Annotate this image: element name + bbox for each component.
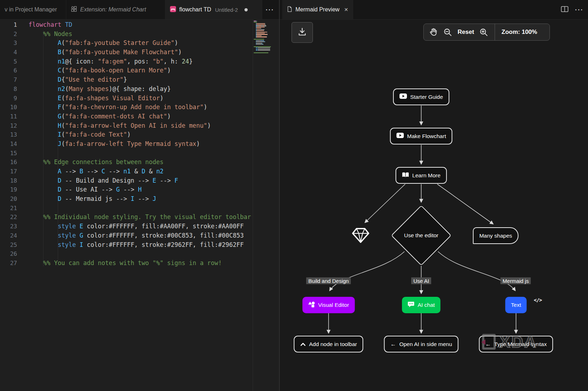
code-line[interactable]: style E color:#FFFFFF, fill:#AA00FF, str… [29,222,253,231]
node-open-ai-in-side-menu[interactable]: ← Open AI in side menu [384,336,458,352]
editor-panel-sash[interactable] [279,0,280,391]
code-line[interactable]: style I color:#FFFFFF, stroke:#2962FF, f… [29,240,253,250]
code-line[interactable]: %% You can add notes with two "%" signs … [29,259,253,268]
line-number: 14 [0,139,17,149]
line-number: 26 [0,249,17,259]
node-label: Text [511,302,521,308]
split-editor-button[interactable] [561,5,569,15]
pan-hand-button[interactable] [429,27,438,37]
line-number: 4 [0,48,17,57]
line-number: 12 [0,121,17,131]
code-line[interactable]: flowchart TD [29,20,253,30]
code-line[interactable]: B("fab:fa-youtube Make Flowchart") [29,48,253,57]
node-ai-chat[interactable]: AI chat [402,297,440,313]
code-line[interactable]: style G color:#FFFFFF, stroke:#00C853, f… [29,231,253,240]
node-label: Open AI in side menu [399,341,452,347]
code-line[interactable] [29,149,253,158]
code-line[interactable]: D -- Mermaid js --> I --> J [29,194,253,204]
code-line[interactable] [29,249,253,259]
node-add-node-in-toolbar[interactable]: Add node in toolbar [294,336,363,352]
youtube-icon [396,133,404,139]
extensions-icon [71,6,77,14]
node-label: Type Mermaid syntax [494,341,547,347]
line-number: 23 [0,222,17,231]
node-type-mermaid-syntax[interactable]: ← Type Mermaid syntax [479,336,553,352]
minimap-divider [253,20,253,391]
tab-extension-mermaid-chart[interactable]: Extension: Mermaid Chart [66,0,165,19]
code-line[interactable]: A("fab:fa-youtube Starter Guide") [29,39,253,48]
edge-label-use-ai: Use AI [411,278,431,284]
line-number: 20 [0,194,17,204]
node-text[interactable]: </> Text [505,297,527,313]
line-number: 13 [0,130,17,139]
ellipsis-icon: ⋯ [265,5,274,15]
node-gem-icon[interactable] [352,227,370,245]
node-many-shapes[interactable]: Many shapes [473,227,519,244]
line-number: 24 [0,231,17,240]
line-number: 22 [0,213,17,222]
code-icon: </> [534,298,588,303]
zoom-level-label: Zoom: 100% [501,29,537,36]
line-number: 27 [0,259,17,268]
node-label: Many shapes [479,233,512,239]
code-editor[interactable]: 1234567891011121314151617181920212223242… [0,20,279,391]
code-line[interactable]: C("fa:fa-book-open Learn More") [29,66,253,75]
chevron-up-icon [300,341,306,347]
line-number: 9 [0,94,17,103]
code-line[interactable]: D{"Use the editor"} [29,75,253,85]
code-line[interactable]: F("fa:fa-chevron-up Add node in toolbar"… [29,103,253,112]
tab-label: flowchart TD [179,6,211,13]
mermaid-file-icon [170,6,176,14]
node-make-flowchart[interactable]: Make Flowchart [390,128,452,144]
node-visual-editor[interactable]: Visual Editor [303,297,355,313]
zoom-out-icon [443,28,452,37]
edge-label-mermaid-js: Mermaid js [500,278,531,284]
code-line[interactable]: %% Individual node styling. Try the visu… [29,213,253,222]
tab-flowchart-td[interactable]: flowchart TD Untitled-2 [165,0,262,19]
tab-mermaid-preview[interactable]: Mermaid Preview ✕ [282,0,353,19]
code-line[interactable]: D -- Build and Design --> E --> F [29,176,253,186]
code-line[interactable]: %% Edge connections between nodes [29,158,253,167]
download-button[interactable] [292,22,313,43]
panel-actions: ⋯ [561,0,588,19]
flowchart-edges [280,20,588,391]
code-line[interactable] [29,204,253,213]
line-number: 7 [0,75,17,85]
line-number: 6 [0,66,17,75]
file-icon [287,6,292,14]
tab-project-manager[interactable]: v in Project Manager [0,0,66,19]
gem-icon [352,238,370,244]
code-line[interactable]: I("fa:fa-code Text") [29,130,253,139]
mermaid-preview-canvas[interactable]: Reset Zoom: 100% Bu [280,20,588,391]
node-learn-more[interactable]: Learn More [396,167,447,184]
line-number: 11 [0,112,17,121]
reset-zoom-button[interactable]: Reset [458,29,474,36]
code-line[interactable]: J(fa:fa-arrow-left Type Mermaid syntax) [29,139,253,149]
ellipsis-icon[interactable]: ⋯ [574,5,583,14]
node-label: AI chat [418,302,435,308]
book-open-icon [402,172,409,179]
code-line[interactable]: E(fa:fa-shapes Visual Editor) [29,94,253,103]
line-number: 16 [0,158,17,167]
minimap[interactable] [254,20,274,54]
code-line[interactable]: A --> B --> C --> n1 & D & n2 [29,167,253,176]
toolbar-divider [495,24,495,40]
code-line[interactable]: G("fa:fa-comment-dots AI chat") [29,112,253,121]
hand-icon [429,27,438,37]
code-lines[interactable]: flowchart TD %% Nodes A("fab:fa-youtube … [29,20,253,268]
edge-label-build-and-design: Build and Design [306,278,351,284]
code-line[interactable]: n1@{ icon: "fa:gem", pos: "b", h: 24} [29,57,253,66]
close-icon[interactable]: ✕ [344,7,349,12]
shapes-icon [308,301,315,309]
tab-label: Extension: Mermaid Chart [80,6,146,13]
left-tab-group: v in Project Manager Extension: Mermaid … [0,0,279,19]
code-line[interactable]: D -- Use AI --> G --> H [29,185,253,194]
node-starter-guide[interactable]: Starter Guide [393,88,449,105]
comment-dots-icon [408,301,414,309]
more-actions-button[interactable]: ⋯ [262,0,277,19]
zoom-out-button[interactable] [443,28,452,37]
code-line[interactable]: H("fa:fa-arrow-left Open AI in side menu… [29,121,253,131]
code-line[interactable]: n2(Many shapes)@{ shape: delay} [29,85,253,94]
zoom-in-button[interactable] [479,28,488,37]
code-line[interactable]: %% Nodes [29,30,253,39]
